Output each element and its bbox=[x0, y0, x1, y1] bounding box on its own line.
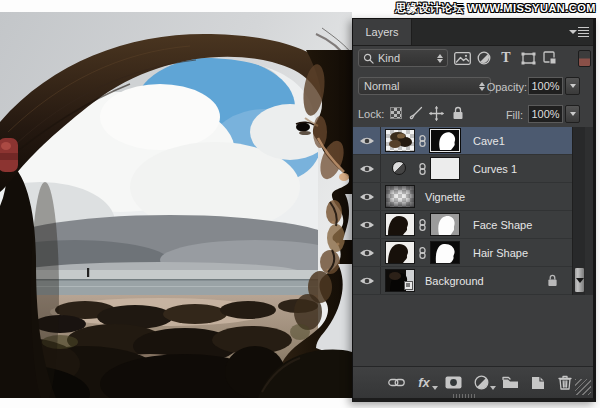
adjustment-layer-icon[interactable] bbox=[392, 161, 406, 175]
layer-row-cave1[interactable]: Cave1 bbox=[353, 127, 572, 155]
new-adjustment-layer-icon bbox=[474, 375, 489, 390]
panel-menu-button[interactable] bbox=[569, 26, 589, 38]
link-icon bbox=[418, 219, 427, 231]
fill-label: Fill: bbox=[506, 109, 523, 121]
new-layer-icon bbox=[531, 376, 545, 390]
smart-object-filter-icon[interactable] bbox=[540, 49, 560, 67]
layer-thumbnail[interactable] bbox=[385, 129, 415, 152]
link-layers-button[interactable] bbox=[385, 373, 407, 392]
pixel-layer-filter-icon[interactable] bbox=[452, 49, 472, 67]
layer-style-button[interactable]: fx bbox=[413, 373, 435, 392]
new-group-folder-icon bbox=[502, 376, 519, 389]
photoshop-workspace: 思缘设计论坛 WWW.MISSYUAN.COM Layers Kind bbox=[0, 0, 600, 408]
canvas-image[interactable] bbox=[0, 12, 352, 398]
panel-resize-grip[interactable] bbox=[575, 379, 591, 395]
opacity-dropdown-button[interactable] bbox=[565, 77, 580, 95]
panel-toolbar: fx bbox=[353, 366, 593, 398]
visibility-toggle[interactable] bbox=[353, 211, 381, 238]
delete-layer-trash-icon bbox=[558, 375, 572, 390]
scrollbar-track[interactable] bbox=[572, 127, 585, 295]
fill-dropdown-button[interactable] bbox=[565, 105, 580, 123]
delete-layer-button[interactable] bbox=[554, 373, 576, 392]
layer-row-background[interactable]: Background bbox=[353, 267, 572, 295]
eye-icon bbox=[359, 136, 375, 146]
chevron-down-icon bbox=[570, 84, 576, 88]
scroll-down-arrow-icon bbox=[576, 278, 584, 283]
shape-layer-filter-icon[interactable] bbox=[518, 49, 538, 67]
visibility-toggle[interactable] bbox=[353, 155, 381, 182]
blend-row: Normal Opacity: 100% bbox=[353, 72, 593, 100]
lock-transparency-icon[interactable] bbox=[387, 104, 405, 122]
layer-mask-thumbnail[interactable] bbox=[430, 241, 460, 264]
updown-arrows-icon bbox=[479, 82, 485, 91]
opacity-label: Opacity: bbox=[487, 81, 527, 93]
adjustment-layer-filter-icon[interactable] bbox=[474, 49, 494, 67]
chevron-down-icon bbox=[569, 30, 577, 34]
layer-thumbnail[interactable] bbox=[385, 185, 415, 208]
layer-name: Cave1 bbox=[473, 135, 505, 147]
layer-name: Curves 1 bbox=[473, 163, 517, 175]
visibility-toggle[interactable] bbox=[353, 239, 381, 266]
layer-row-curves1[interactable]: Curves 1 bbox=[353, 155, 572, 183]
watermark: 思缘设计论坛 WWW.MISSYUAN.COM bbox=[395, 1, 596, 16]
layer-name: Face Shape bbox=[473, 219, 532, 231]
layer-mask-thumbnail[interactable] bbox=[430, 213, 460, 236]
menu-lines-icon bbox=[578, 27, 589, 37]
blend-mode-value: Normal bbox=[364, 80, 399, 92]
lock-pixels-brush-icon[interactable] bbox=[407, 104, 425, 122]
panel-bottom-grip[interactable] bbox=[453, 394, 477, 398]
new-layer-button[interactable] bbox=[527, 373, 549, 392]
layer-badge-icon bbox=[404, 281, 413, 290]
visibility-toggle[interactable] bbox=[353, 267, 381, 294]
lock-label: Lock: bbox=[358, 108, 384, 120]
layer-name: Vignette bbox=[425, 191, 465, 203]
type-layer-filter-icon[interactable]: T bbox=[496, 49, 516, 67]
tab-layers-label: Layers bbox=[365, 26, 398, 38]
lock-row: Lock: Fill: 100% bbox=[353, 100, 593, 128]
layer-name: Hair Shape bbox=[473, 247, 528, 259]
new-adjustment-layer-button[interactable] bbox=[470, 373, 492, 392]
eye-icon bbox=[359, 192, 375, 202]
layer-mask-thumbnail[interactable] bbox=[430, 129, 460, 152]
link-icon bbox=[418, 163, 427, 175]
layer-row-face-shape[interactable]: Face Shape bbox=[353, 211, 572, 239]
link-layers-icon bbox=[388, 377, 405, 388]
layer-thumbnail[interactable] bbox=[385, 241, 415, 264]
add-layer-mask-icon bbox=[445, 376, 462, 389]
chevron-down-icon bbox=[432, 386, 438, 390]
layer-thumbnail[interactable] bbox=[385, 269, 415, 292]
link-icon bbox=[418, 247, 427, 259]
filter-switch-toggle[interactable] bbox=[578, 50, 591, 67]
layers-panel: Layers Kind T bbox=[352, 18, 596, 402]
eye-icon bbox=[359, 220, 375, 230]
chevron-down-icon bbox=[490, 386, 496, 390]
eye-icon bbox=[359, 276, 375, 286]
background-lock-icon bbox=[547, 274, 558, 287]
tab-layers[interactable]: Layers bbox=[353, 19, 412, 45]
layer-thumbnail[interactable] bbox=[385, 213, 415, 236]
opacity-value-field[interactable]: 100% bbox=[528, 77, 563, 95]
filter-row: Kind T bbox=[353, 45, 593, 72]
scroll-down-button[interactable] bbox=[574, 267, 585, 293]
link-icon bbox=[418, 135, 427, 147]
layer-list: Cave1 Curves 1 Vignette bbox=[353, 127, 593, 295]
lock-all-icon[interactable] bbox=[449, 104, 467, 122]
visibility-toggle[interactable] bbox=[353, 183, 381, 210]
chevron-down-icon bbox=[570, 112, 576, 116]
blend-mode-dropdown[interactable]: Normal bbox=[358, 77, 491, 95]
layer-style-fx-icon: fx bbox=[418, 375, 430, 390]
eye-icon bbox=[359, 248, 375, 258]
fill-value-field[interactable]: 100% bbox=[528, 105, 563, 123]
filter-kind-label: Kind bbox=[378, 52, 400, 64]
layer-name: Background bbox=[425, 275, 484, 287]
layer-mask-thumbnail[interactable] bbox=[430, 157, 460, 180]
add-layer-mask-button[interactable] bbox=[442, 373, 464, 392]
panel-tab-bar: Layers bbox=[353, 19, 593, 46]
layer-row-vignette[interactable]: Vignette bbox=[353, 183, 572, 211]
filter-kind-dropdown[interactable]: Kind bbox=[358, 49, 448, 67]
lock-position-icon[interactable] bbox=[427, 104, 445, 122]
updown-arrows-icon bbox=[437, 54, 443, 63]
layer-row-hair-shape[interactable]: Hair Shape bbox=[353, 239, 572, 267]
new-group-button[interactable] bbox=[499, 373, 521, 392]
visibility-toggle[interactable] bbox=[353, 127, 381, 154]
